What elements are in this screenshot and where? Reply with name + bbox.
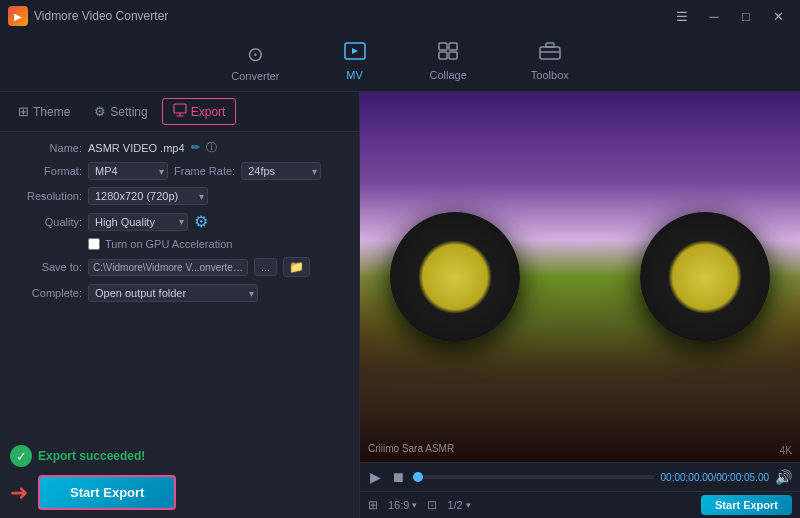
video-preview: Criiimo Sara ASMR 4K: [360, 92, 800, 462]
resolution-row: Resolution: 1280x720 (720p): [10, 187, 349, 205]
app-icon: ▶: [8, 6, 28, 26]
save-to-label: Save to:: [10, 261, 82, 273]
disc-left: [390, 212, 520, 342]
close-button[interactable]: ✕: [764, 6, 792, 26]
success-text: Export succeeded!: [38, 449, 145, 463]
theme-icon: ⊞: [18, 104, 29, 119]
menu-button[interactable]: ☰: [668, 6, 696, 26]
start-export-area: ➜ Start Export: [0, 471, 359, 518]
resolution-label: Resolution:: [10, 190, 82, 202]
video-controls: ▶ ⏹ 00:00:00.00/00:00:05.00 🔊: [360, 462, 800, 491]
name-info-icon[interactable]: ⓘ: [206, 140, 217, 155]
volume-button[interactable]: 🔊: [775, 469, 792, 485]
complete-row: Complete: Open output folder: [10, 284, 349, 302]
save-to-row: Save to: ... 📁: [10, 257, 349, 277]
quality-row: Quality: High Quality ⚙: [10, 212, 349, 231]
minimize-button[interactable]: ─: [700, 6, 728, 26]
titlebar-controls: ☰ ─ □ ✕: [668, 6, 792, 26]
quality-select[interactable]: High Quality: [88, 213, 188, 231]
frame-rate-select[interactable]: 24fps: [241, 162, 321, 180]
export-status: ✓ Export succeeded!: [0, 437, 359, 471]
name-edit-icon[interactable]: ✏: [191, 141, 200, 154]
split-icon: ⊡: [427, 498, 437, 512]
nav-item-mv[interactable]: MV: [332, 36, 378, 87]
export-icon: [173, 103, 187, 120]
disc-right: [640, 212, 770, 342]
folder-button[interactable]: 📁: [283, 257, 310, 277]
video-controls-row2: ⊞ 16:9 ▾ ⊡ 1/2 ▾ Start Export: [360, 491, 800, 518]
quality-label: Quality:: [10, 216, 82, 228]
name-value: ASMR VIDEO .mp4: [88, 142, 185, 154]
name-row: Name: ASMR VIDEO .mp4 ✏ ⓘ: [10, 140, 349, 155]
resolution-icon: ⊞: [368, 498, 378, 512]
svg-rect-3: [439, 52, 447, 59]
aspect-arrow-icon: ▾: [412, 500, 417, 510]
top-navigation: ⊙ Converter MV Collage: [0, 32, 800, 92]
video-background: [360, 92, 800, 462]
split-button[interactable]: 1/2 ▾: [443, 497, 474, 513]
format-select-wrapper[interactable]: MP4: [88, 162, 168, 180]
svg-rect-6: [540, 47, 560, 59]
quality-gear-button[interactable]: ⚙: [194, 212, 208, 231]
svg-rect-4: [449, 52, 457, 59]
format-select[interactable]: MP4: [88, 162, 168, 180]
stop-button[interactable]: ⏹: [389, 467, 407, 487]
svg-rect-1: [439, 43, 447, 50]
resolution-select-wrapper[interactable]: 1280x720 (720p): [88, 187, 208, 205]
format-label: Format:: [10, 165, 82, 177]
tab-setting[interactable]: ⚙ Setting: [84, 100, 157, 123]
converter-icon: ⊙: [247, 42, 264, 66]
tab-theme[interactable]: ⊞ Theme: [8, 100, 80, 123]
nav-label-converter: Converter: [231, 70, 279, 82]
complete-select[interactable]: Open output folder: [88, 284, 258, 302]
frame-rate-select-wrapper[interactable]: 24fps: [241, 162, 321, 180]
split-value: 1/2: [447, 499, 462, 511]
aspect-ratio-value: 16:9: [388, 499, 409, 511]
nav-item-toolbox[interactable]: Toolbox: [519, 36, 581, 87]
resolution-select[interactable]: 1280x720 (720p): [88, 187, 208, 205]
frame-rate-label: Frame Rate:: [174, 165, 235, 177]
sub-tabs: ⊞ Theme ⚙ Setting Export: [0, 92, 359, 132]
progress-bar[interactable]: [413, 475, 655, 479]
titlebar: ▶ Vidmore Video Converter ☰ ─ □ ✕: [0, 0, 800, 32]
tab-export-label: Export: [191, 105, 226, 119]
maximize-button[interactable]: □: [732, 6, 760, 26]
main-layout: ⊞ Theme ⚙ Setting Export Name: [0, 92, 800, 518]
tab-setting-label: Setting: [110, 105, 147, 119]
complete-select-wrapper[interactable]: Open output folder: [88, 284, 258, 302]
quality-select-wrapper[interactable]: High Quality: [88, 213, 188, 231]
gpu-checkbox[interactable]: [88, 238, 100, 250]
collage-icon: [438, 42, 458, 65]
svg-rect-8: [174, 104, 186, 113]
time-display: 00:00:00.00/00:00:05.00: [661, 472, 769, 483]
watermark: Criiimo Sara ASMR: [368, 443, 454, 454]
aspect-ratio-button[interactable]: 16:9 ▾: [384, 497, 421, 513]
nav-label-collage: Collage: [430, 69, 467, 81]
complete-label: Complete:: [10, 287, 82, 299]
format-row: Format: MP4 Frame Rate: 24fps: [10, 162, 349, 180]
arrow-indicator: ➜: [10, 482, 28, 504]
toolbox-icon: [539, 42, 561, 65]
mv-icon: [344, 42, 366, 65]
tab-theme-label: Theme: [33, 105, 70, 119]
form-area: Name: ASMR VIDEO .mp4 ✏ ⓘ Format: MP4 Fr…: [0, 132, 359, 437]
progress-dot: [413, 472, 423, 482]
right-panel: Criiimo Sara ASMR 4K ▶ ⏹ 00:00:00.00/00:…: [360, 92, 800, 518]
start-export-button[interactable]: Start Export: [38, 475, 176, 510]
titlebar-left: ▶ Vidmore Video Converter: [8, 6, 168, 26]
left-panel: ⊞ Theme ⚙ Setting Export Name: [0, 92, 360, 518]
success-icon: ✓: [10, 445, 32, 467]
setting-icon: ⚙: [94, 104, 106, 119]
more-button[interactable]: ...: [254, 258, 277, 276]
split-arrow-icon: ▾: [466, 500, 471, 510]
nav-item-converter[interactable]: ⊙ Converter: [219, 36, 291, 88]
save-path-input[interactable]: [88, 259, 248, 276]
tab-export[interactable]: Export: [162, 98, 237, 125]
play-button[interactable]: ▶: [368, 467, 383, 487]
video-top-right: 4K: [780, 445, 792, 456]
gpu-label: Turn on GPU Acceleration: [105, 238, 232, 250]
nav-label-mv: MV: [346, 69, 363, 81]
nav-item-collage[interactable]: Collage: [418, 36, 479, 87]
start-export-right-button[interactable]: Start Export: [701, 495, 792, 515]
gpu-row: Turn on GPU Acceleration: [88, 238, 349, 250]
